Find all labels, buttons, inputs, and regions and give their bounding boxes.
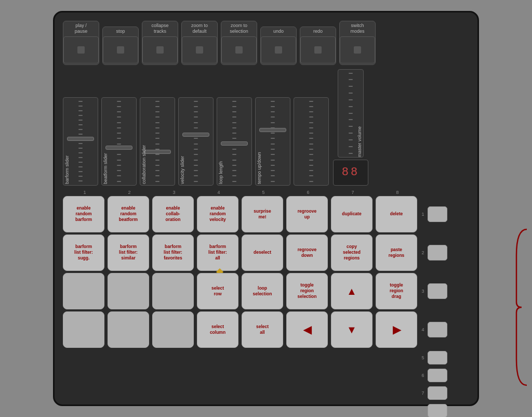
barform-filter-similar-pad[interactable]: barform list filter: similar [108, 234, 149, 271]
row-num-5: 5 [419, 355, 427, 360]
device-body: play / pause stop collapse tracks zoom t… [53, 11, 479, 406]
pad-row-3: select row loop selection toggle region … [63, 273, 417, 309]
barform-selection-annotation: barform list selection [514, 196, 532, 417]
col-num-6: 6 [287, 190, 329, 195]
col-num-4: 4 [198, 190, 240, 195]
barform-slider-col: barform slider [63, 97, 98, 186]
row-num-8: 8 [419, 408, 427, 413]
col-num-3: 3 [153, 190, 195, 195]
right-row-2: 2 [419, 234, 447, 271]
sliders-section: barform slider beatform slider collabora… [63, 69, 469, 186]
empty-pad-4-1 [63, 311, 104, 348]
switch-modes-button[interactable]: switch modes [339, 21, 376, 65]
right-button-5[interactable] [428, 351, 447, 364]
beatform-slider-col: beatform slider [101, 97, 137, 186]
row-num-1: 1 [419, 212, 427, 217]
tempo-slider[interactable]: tempo up/down [255, 97, 290, 186]
enable-random-velocity-pad[interactable]: enable random velocity [197, 196, 238, 232]
right-button-2[interactable] [428, 245, 447, 260]
empty-slider-col [294, 97, 329, 186]
arrow-right-pad[interactable]: ▶ [376, 311, 417, 348]
master-volume-slider[interactable]: master volume [338, 69, 364, 158]
duplicate-pad[interactable]: duplicate [331, 196, 373, 232]
barform-filter-all-pad[interactable]: barform list filter: all [197, 234, 238, 271]
regroove-up-pad[interactable]: regroove up [286, 196, 328, 232]
right-row-8: 8 [419, 403, 447, 417]
stop-button[interactable]: stop [102, 27, 139, 65]
select-row-pad[interactable]: select row [197, 273, 238, 309]
collab-slider-col: collaboration slider [140, 97, 175, 186]
pad-grid: enable random barform enable random beat… [63, 196, 417, 417]
row-num-7: 7 [419, 390, 427, 396]
barform-filter-favorites-pad[interactable]: barform list filter: favorites [152, 234, 194, 271]
select-all-pad[interactable]: select all [242, 311, 283, 348]
collapse-tracks-button[interactable]: collapse tracks [142, 21, 178, 65]
beatform-slider[interactable]: beatform slider [101, 97, 137, 186]
right-row-7: 7 [419, 385, 447, 401]
row-num-3: 3 [419, 289, 427, 294]
barform-filter-sugg-pad[interactable]: barform list filter: sugg. [63, 234, 104, 271]
toggle-region-selection-pad[interactable]: toggle region selection [286, 273, 328, 309]
right-controls: 1 2 3 4 5 [419, 196, 447, 417]
surprise-me-pad[interactable]: surprise me! [242, 196, 283, 232]
brace-svg [514, 224, 529, 390]
loop-length-slider[interactable]: loop length [217, 97, 252, 186]
right-button-6[interactable] [428, 369, 447, 382]
empty-pad-3-3 [152, 273, 194, 309]
row-num-4: 4 [419, 327, 427, 332]
collab-slider[interactable]: collaboration slider [140, 97, 175, 186]
right-button-3[interactable] [428, 283, 447, 299]
loop-selection-pad[interactable]: loop selection [242, 273, 283, 309]
col-num-7: 7 [332, 190, 374, 195]
right-button-8[interactable] [428, 404, 447, 417]
velocity-slider-col: velocity slider [178, 97, 214, 186]
empty-pad-3-2 [108, 273, 149, 309]
empty-slider [294, 97, 329, 186]
right-button-1[interactable] [428, 206, 447, 222]
right-button-4[interactable] [428, 322, 447, 337]
redo-button[interactable]: redo [300, 27, 336, 65]
arrow-down-pad[interactable]: ▼ [331, 311, 373, 348]
row-num-2: 2 [419, 250, 427, 255]
delete-pad[interactable]: delete [376, 196, 417, 232]
right-row-1: 1 [419, 196, 447, 232]
empty-pad-4-2 [108, 311, 149, 348]
deselect-pad[interactable]: deselect [242, 234, 283, 271]
zoom-default-button[interactable]: zoom to default [181, 21, 218, 65]
copy-selected-regions-pad[interactable]: copy selected regions [331, 234, 373, 271]
toggle-region-drag-pad[interactable]: toggle region drag [376, 273, 417, 309]
display-panel: 88 [333, 160, 368, 186]
enable-collab-pad[interactable]: enable collab- oration [152, 196, 194, 232]
arrow-up-pad[interactable]: ▲ [331, 273, 373, 309]
right-row-4: 4 [419, 311, 447, 348]
top-buttons-row: play / pause stop collapse tracks zoom t… [63, 21, 469, 65]
zoom-selection-button[interactable]: zoom to selection [221, 21, 257, 65]
enable-random-barform-pad[interactable]: enable random barform [63, 196, 104, 232]
display-value: 88 [342, 166, 360, 179]
col-num-5: 5 [243, 190, 284, 195]
pad-row-4: select column select all ◀ ▼ ▶ [63, 311, 417, 348]
right-row-6: 6 [419, 368, 447, 383]
row-num-6: 6 [419, 373, 427, 378]
pads-section: 1 2 3 4 5 6 7 8 enable random barform en… [63, 190, 469, 417]
column-numbers: 1 2 3 4 5 6 7 8 [64, 190, 469, 195]
master-volume-label: master volume [357, 70, 362, 157]
col-num-8: 8 [377, 190, 418, 195]
col-num-1: 1 [64, 190, 105, 195]
empty-pad-3-1 [63, 273, 104, 309]
undo-button[interactable]: undo [260, 27, 297, 65]
barform-slider[interactable]: barform slider [63, 97, 98, 186]
right-button-7[interactable] [428, 386, 447, 400]
col-num-2: 2 [109, 190, 150, 195]
arrow-left-pad[interactable]: ◀ [286, 311, 328, 348]
velocity-slider[interactable]: velocity slider [178, 97, 214, 186]
enable-random-beatform-pad[interactable]: enable random beatform [108, 196, 149, 232]
paste-regions-pad[interactable]: paste regions [376, 234, 417, 271]
regroove-down-pad[interactable]: regroove down [286, 234, 328, 271]
play-pause-button[interactable]: play / pause [63, 21, 99, 65]
right-row-3: 3 [419, 273, 447, 309]
pad-row-2: barform list filter: sugg. barform list … [63, 234, 417, 271]
select-column-pad[interactable]: select column [197, 311, 238, 348]
right-row-5: 5 [419, 350, 447, 366]
empty-pad-4-3 [152, 311, 194, 348]
